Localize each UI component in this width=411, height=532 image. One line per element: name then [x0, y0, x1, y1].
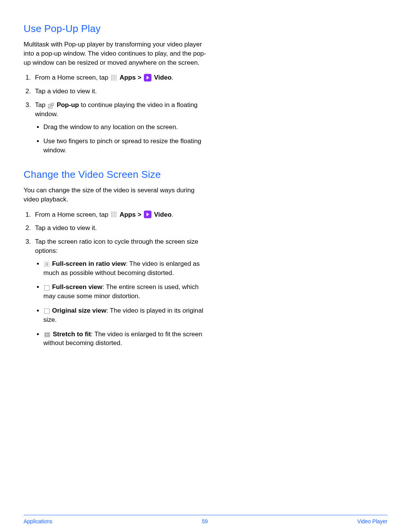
svg-point-9	[113, 78, 114, 79]
option-stretch-fit: Stretch to fit: The video is enlarged to…	[43, 330, 210, 348]
option-fullscreen: Full-screen view: The entire screen is u…	[43, 283, 210, 301]
gt-sep: >	[137, 211, 143, 218]
svg-point-22	[111, 213, 112, 214]
apps-grid-icon	[111, 75, 117, 81]
svg-point-21	[116, 212, 117, 213]
svg-point-28	[114, 215, 115, 216]
fullscreen-ratio-icon	[44, 262, 49, 267]
svg-point-11	[116, 78, 117, 79]
heading-popup-play: Use Pop-Up Play	[24, 23, 210, 35]
popup-label: Pop-up	[57, 101, 79, 109]
video-play-icon	[144, 74, 151, 81]
svg-point-6	[114, 77, 115, 78]
video-label: Video	[154, 74, 172, 81]
svg-point-19	[113, 212, 114, 213]
stretch-fit-icon	[44, 332, 50, 337]
apps-grid-icon	[111, 211, 117, 217]
option-fullscreen-ratio: Full-screen in ratio view: The video is …	[43, 259, 210, 278]
svg-point-32	[114, 216, 115, 217]
svg-point-8	[111, 78, 112, 79]
step-2: Tap a video to view it.	[33, 87, 210, 96]
svg-point-1	[113, 75, 114, 76]
document-page: Use Pop-Up Play Multitask with Pop-up pl…	[0, 0, 411, 532]
original-size-icon	[44, 308, 49, 314]
step-3: Tap Pop-up to continue playing the video…	[33, 101, 210, 155]
svg-point-27	[113, 215, 114, 216]
period: .	[172, 74, 174, 81]
step1-prefix: From a Home screen, tap	[35, 74, 110, 81]
svg-point-0	[111, 75, 112, 76]
section-change-screen-size: Change the Video Screen Size You can cha…	[24, 169, 210, 348]
section-use-popup-play: Use Pop-Up Play Multitask with Pop-up pl…	[24, 23, 210, 155]
footer-left: Applications	[24, 518, 53, 524]
step-1: From a Home screen, tap Apps >	[33, 210, 210, 219]
step1-prefix: From a Home screen, tap	[35, 211, 110, 218]
opt3-label: Original size view	[52, 307, 107, 314]
video-label: Video	[154, 211, 172, 218]
svg-point-2	[114, 75, 115, 76]
apps-label: Apps	[119, 211, 136, 218]
opt4-label: Stretch to fit	[53, 331, 91, 338]
svg-point-25	[116, 213, 117, 214]
svg-point-20	[114, 212, 115, 213]
svg-point-24	[114, 213, 115, 214]
svg-point-4	[111, 77, 112, 78]
svg-point-26	[111, 215, 112, 216]
popup-icon	[48, 103, 54, 109]
bullet-drag: Drag the window to any location on the s…	[43, 123, 210, 132]
heading-screen-size: Change the Video Screen Size	[24, 169, 210, 181]
svg-point-33	[116, 216, 117, 217]
step3-prefix: Tap	[35, 101, 47, 109]
option-original-size: Original size view: The video is played …	[43, 306, 210, 324]
steps-screen-size: From a Home screen, tap Apps >	[24, 210, 210, 348]
svg-point-5	[113, 77, 114, 78]
svg-point-3	[116, 75, 117, 76]
content-column: Use Pop-Up Play Multitask with Pop-up pl…	[24, 23, 210, 348]
svg-point-31	[113, 216, 114, 217]
bullet-pinch: Use two fingers to pinch or spread to re…	[43, 137, 210, 155]
opt2-label: Full-screen view	[52, 283, 102, 291]
svg-point-30	[111, 216, 112, 217]
popup-bullets: Drag the window to any location on the s…	[35, 123, 210, 155]
video-play-icon	[144, 211, 151, 218]
svg-point-23	[113, 213, 114, 214]
steps-popup-play: From a Home screen, tap Apps >	[24, 73, 210, 155]
period: .	[172, 211, 174, 218]
svg-point-15	[116, 80, 117, 81]
svg-point-7	[116, 77, 117, 78]
step3-text: Tap the screen ratio icon to cycle throu…	[35, 238, 198, 254]
svg-point-29	[116, 215, 117, 216]
svg-point-12	[111, 80, 112, 81]
gt-sep: >	[137, 74, 143, 81]
opt1-label: Full-screen in ratio view	[52, 260, 126, 267]
intro-screen-size: You can change the size of the video is …	[24, 186, 210, 204]
footer-page-number: 59	[202, 518, 208, 524]
page-footer: Applications 59 Video Player	[24, 515, 387, 524]
apps-label: Apps	[119, 74, 136, 81]
step-3: Tap the screen ratio icon to cycle throu…	[33, 237, 210, 348]
fullscreen-icon	[44, 285, 49, 291]
svg-point-13	[113, 80, 114, 81]
svg-point-10	[114, 78, 115, 79]
svg-point-18	[111, 212, 112, 213]
footer-right: Video Player	[357, 518, 387, 524]
svg-point-14	[114, 80, 115, 81]
step-1: From a Home screen, tap Apps >	[33, 73, 210, 82]
screen-size-options: Full-screen in ratio view: The video is …	[35, 259, 210, 348]
step-2: Tap a video to view it.	[33, 224, 210, 233]
intro-popup-play: Multitask with Pop-up player by transfor…	[24, 40, 210, 67]
